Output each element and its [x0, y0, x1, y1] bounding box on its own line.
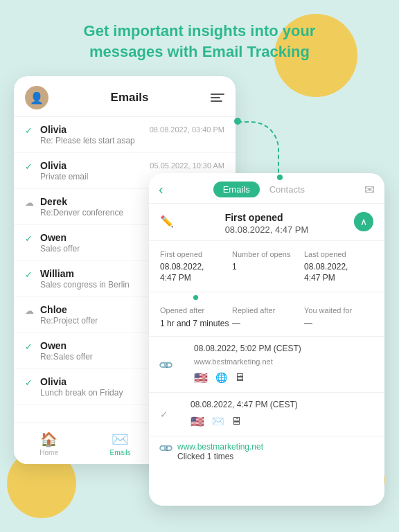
detail-dot [277, 175, 283, 180]
email-content: OliviaRe: Please lets start asap [40, 124, 144, 145]
page-header: Get important insights into your message… [0, 21, 399, 62]
tab-emails[interactable]: Emails [213, 181, 260, 197]
nav-emails[interactable]: ✉️ Emails [110, 431, 131, 456]
home-icon: 🏠 [40, 431, 57, 447]
email-card-header: 👤 Emails [14, 76, 236, 117]
chrome-icon-1: 🌐 [213, 370, 229, 385]
stat-opened-after: Opened after 1 hr and 7 minutes [160, 305, 229, 329]
link-icon-1: 🔗 [158, 357, 174, 373]
detail-header: ‹ Emails Contacts ✉ [149, 173, 384, 204]
flag-icon-2: 🇺🇸 [190, 415, 204, 428]
back-button[interactable]: ‹ [159, 181, 163, 197]
stats-row-2: Opened after 1 hr and 7 minutes Replied … [149, 300, 384, 337]
open-entry-1-row: 🔗 08.08.2022, 5:02 PM (CEST) www.bestmar… [160, 344, 373, 385]
open-entry-2-details: 08.08.2022, 4:47 PM (CEST) 🇺🇸 ✉️ 🖥 [174, 400, 298, 429]
green-dot-1 [193, 295, 198, 300]
clicked-label: Clicked 1 times [177, 452, 263, 461]
stat-first-opened: First opened 08.08.2022,4:47 PM [160, 249, 229, 283]
email-content: OwenSales offer [40, 232, 148, 254]
first-opened-info: First opened 08.08.2022, 4:47 PM [225, 212, 309, 235]
mail-icon-2: ✉️ [210, 414, 225, 429]
email-date: 05.05.2022, 10:30 AM [150, 160, 224, 170]
nav-home-label: Home [39, 449, 58, 456]
monitor-icon-1: 🖥 [234, 371, 245, 384]
email-sender: Derek [40, 196, 148, 207]
open-entry-1-details: 08.08.2022, 5:02 PM (CEST) www.bestmarke… [177, 344, 301, 385]
email-subject: Re:Denver conference [40, 208, 148, 218]
check-icon-2: ✓ [160, 409, 168, 420]
nav-emails-label: Emails [110, 449, 131, 456]
connector-line [238, 121, 279, 177]
email-content: OliviaPrivate email [40, 160, 144, 181]
email-sender: Olivia [40, 160, 144, 171]
clicked-url: www.bestmarketing.net [177, 442, 263, 452]
open-url-1: www.bestmarketing.net [194, 357, 301, 366]
tab-contacts[interactable]: Contacts [260, 181, 314, 197]
email-date: 08.08.2022, 03:40 PM [150, 124, 224, 134]
email-card-title: Emails [111, 91, 149, 105]
filter-button[interactable] [211, 94, 224, 102]
filter-line-3 [211, 100, 222, 102]
monitor-icon-2: 🖥 [231, 415, 242, 427]
email-subject: Re: Please lets start asap [40, 136, 144, 145]
detail-tabs: Emails Contacts [213, 181, 314, 197]
clicked-content: www.bestmarketing.net Clicked 1 times [177, 442, 263, 461]
emails-icon: ✉️ [112, 431, 129, 447]
flag-icon-1: 🇺🇸 [194, 371, 208, 384]
first-opened-date: 08.08.2022, 4:47 PM [225, 224, 309, 235]
detail-card: ‹ Emails Contacts ✉ ✏️ First opened 08.0… [149, 173, 384, 506]
email-item[interactable]: ✓OliviaRe: Please lets start asap08.08.2… [14, 117, 236, 153]
pencil-icon: ✏️ [160, 215, 174, 228]
open-time-2: 08.08.2022, 4:47 PM (CEST) [190, 400, 298, 409]
dot-row [149, 292, 384, 300]
open-entry-1: 🔗 08.08.2022, 5:02 PM (CEST) www.bestmar… [149, 337, 384, 393]
open-entry-2: ✓ 08.08.2022, 4:47 PM (CEST) 🇺🇸 ✉️ 🖥 [149, 393, 384, 436]
open-time-1: 08.08.2022, 5:02 PM (CEST) [194, 344, 301, 353]
collapse-button[interactable]: ∧ [354, 212, 373, 231]
link-icon-clicked: 🔗 [158, 440, 174, 456]
stat-you-waited: You waited for — [304, 305, 373, 329]
avatar: 👤 [25, 86, 48, 109]
open-entry-2-row: ✓ 08.08.2022, 4:47 PM (CEST) 🇺🇸 ✉️ 🖥 [160, 400, 373, 429]
stat-number-opens: Number of opens 1 [232, 249, 301, 283]
filter-line-1 [211, 94, 224, 95]
first-opened-label: First opened [225, 212, 309, 223]
stats-row-1: First opened 08.08.2022,4:47 PM Number o… [149, 241, 384, 292]
stat-last-opened: Last opened 08.08.2022,4:47 PM [304, 249, 373, 283]
first-opened-section: ✏️ First opened 08.08.2022, 4:47 PM ∧ [149, 204, 384, 241]
email-subject: Private email [40, 172, 144, 181]
clicked-entry: 🔗 www.bestmarketing.net Clicked 1 times [149, 436, 384, 468]
mail-icon: ✉ [364, 182, 375, 197]
email-sender: Owen [40, 232, 148, 243]
email-content: DerekRe:Denver conference [40, 196, 148, 218]
filter-line-2 [211, 97, 220, 98]
nav-home[interactable]: 🏠 Home [39, 431, 58, 456]
header-title: Get important insights into your message… [28, 21, 371, 62]
email-sender: Olivia [40, 124, 144, 135]
stat-replied-after: Replied after — [232, 305, 301, 329]
email-subject: Sales offer [40, 244, 148, 254]
